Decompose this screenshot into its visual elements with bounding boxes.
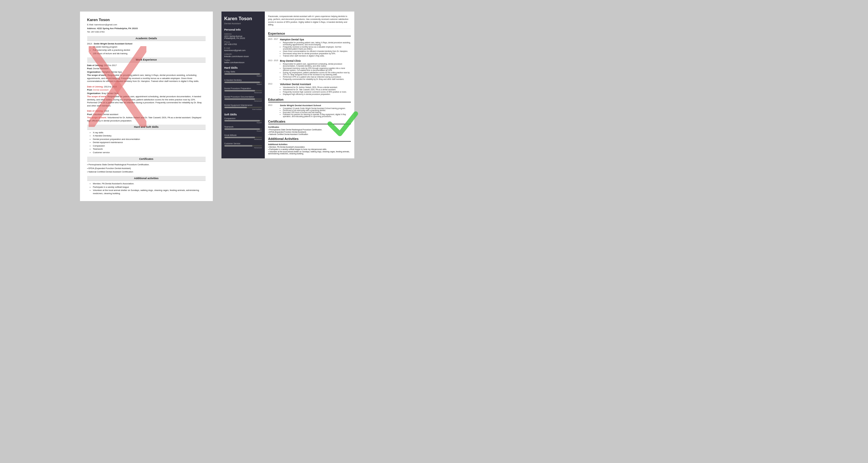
list-item: Dental procedure preparation and documen… <box>93 138 206 141</box>
left-address: Address: 4222 Spring Ave Philadelphia, P… <box>87 27 206 30</box>
skill-bar-track <box>224 145 262 146</box>
list-item: Volunteered for Dr. Ashton Siebert, DDS,… <box>283 86 347 88</box>
skill-bar-fill <box>224 90 255 92</box>
work-section-title: Work Experience <box>87 57 206 63</box>
activities-content-right: Additional Activities • Member, PA Denta… <box>268 143 351 155</box>
list-item: Responsible for providing patient care, … <box>283 41 351 45</box>
hard-skills-label: Hard Skills <box>224 66 262 69</box>
soft-skills-label: Soft Skills <box>224 113 262 116</box>
list-item: Volunteer at the local animal shelter on… <box>93 189 206 195</box>
work-entry-1: Date of Joining: 2015 to 2017 Post: Dent… <box>87 64 206 83</box>
exp-body: Bray Dental Clinic Responsible for patie… <box>280 59 351 80</box>
skill-compassion: Compassion Expert <box>224 118 262 124</box>
activities-section-title-right: Additional Activities <box>268 137 351 142</box>
list-item: Frequently commended for reliability by … <box>283 78 351 80</box>
address-value-2: Philadelphia, PA 19103 <box>224 37 262 39</box>
exp-body: Hampton Dental Spa Responsible for provi… <box>280 38 351 57</box>
list-item: • National Certified Dental Assistant Ce… <box>87 170 206 174</box>
skill-bar-track <box>224 120 262 122</box>
activities-list: Member, PA Dental Assistant's Associatio… <box>87 182 206 195</box>
list-item: Compassion <box>93 144 206 148</box>
list-item: Frequently received a monthly bonus as a… <box>283 46 351 50</box>
list-item: 195 hours of lecture and lab training <box>93 52 206 55</box>
list-item: Performed a full externship with a pract… <box>283 109 351 111</box>
skill-bar-track <box>224 73 262 75</box>
academic-list: 13-week training program Full externship… <box>93 45 206 55</box>
list-item: Trained other staff members in digital X… <box>283 55 351 57</box>
experience-section-title: Experience <box>268 32 351 36</box>
work-entry-2: Date of Joining: 2013 to 2015 Post: Dent… <box>87 86 206 108</box>
skill-bar-fill <box>224 81 260 83</box>
edu-date: 2013 <box>268 104 278 118</box>
list-item: Responsible for patient care, appointmen… <box>283 63 351 67</box>
right-name: Karen Toson <box>224 16 262 21</box>
list-item: Followed my passion for learning to oper… <box>283 113 351 118</box>
skill-bar-fill <box>224 107 247 108</box>
list-item: Displayed high efficiency in dental proc… <box>283 93 347 95</box>
exp-date: 2013 - 2015 <box>268 59 278 80</box>
list-item: Member, PA Dental Assistant's Associatio… <box>93 182 206 186</box>
skill-bar-track <box>224 98 262 100</box>
list-item: • EFDA (Expanded Function Dental Assista… <box>268 131 351 133</box>
edu-entry-1: 2013 Smile Wright Dental Assistant Schoo… <box>268 104 351 118</box>
skill-bar-fill <box>224 128 260 130</box>
list-item: Teamwork <box>93 148 206 151</box>
education-section-title: Education <box>268 98 351 102</box>
twitter-label: Twitter <box>224 59 262 61</box>
exp-entry-1: 2015 - 2017 Hampton Dental Spa Responsib… <box>268 38 351 57</box>
skill-maint: Dental Equipment Maintenance Intermediat… <box>224 104 262 110</box>
linkedin-label: LinkedIn <box>224 53 262 55</box>
right-main-content: Passionate, compassionate dental assista… <box>265 11 354 158</box>
skill-bar-fill <box>224 98 255 100</box>
list-item: Completed 13-week Smile Wright Dental As… <box>283 107 351 109</box>
list-item: During my employment, patient satisfacti… <box>283 71 351 75</box>
summary-text: Passionate, compassionate dental assista… <box>268 15 351 29</box>
certs-list: • Pennsylvania State Dental Radiological… <box>87 163 206 174</box>
skill-bar-fill <box>224 73 260 75</box>
email-value: karentoson@gmail.com <box>224 49 262 51</box>
exp-body: Volunteer Dental Assistant Volunteered f… <box>280 83 347 96</box>
right-title: Dental Assistant <box>224 22 262 25</box>
phone-label: Phone <box>224 41 262 43</box>
personal-info-label: Personal Info <box>224 28 262 31</box>
skill-xray: X-Ray Skills Expert <box>224 71 262 77</box>
list-item: • National Certified Dental Assistant Ce… <box>268 133 351 135</box>
skill-attitude: Great Attitude Advanced <box>224 134 262 140</box>
certs-section-title: Certificates <box>87 157 206 162</box>
email-label: E-mail <box>224 47 262 49</box>
exp-entry-3: 2013 Volunteer Dental Assistant Voluntee… <box>268 83 351 96</box>
skills-list: X-ray skills 4-Handed Dentistry Dental p… <box>87 131 206 155</box>
list-item: Decreased inventory costs by 25% through… <box>283 67 351 71</box>
work-entry-3: Date of Joining: 2013 Post: Volunteer De… <box>87 110 206 122</box>
right-wrapper: Karen Toson Dental Assistant Personal In… <box>221 11 354 158</box>
list-item: Performed CPR on a patient who had an in… <box>283 76 351 78</box>
list-item: • Participate in a weekly softball leagu… <box>268 148 351 150</box>
list-item: Decreased setup time for dental procedur… <box>283 53 351 55</box>
list-item: • EFDA (Expanded Function Dental Assista… <box>87 167 206 170</box>
activities-section-title: Additional activities <box>87 176 206 181</box>
left-resume: Karen Toson E-Mail: karentoson@gmail.com… <box>80 11 213 201</box>
activities-list-right: • Member, PA Dental Assistant's Associat… <box>268 146 351 155</box>
list-item: Volunteered for Dr. Tate Caswell, DDS, P… <box>283 89 347 91</box>
list-item: Customer service <box>93 151 206 154</box>
twitter-value: twitter.com/karentoson <box>224 61 262 63</box>
exp-date: 2015 - 2017 <box>268 38 278 57</box>
skill-bar-fill <box>224 145 253 146</box>
skill-bar-track <box>224 90 262 92</box>
skill-bar-fill <box>224 120 260 122</box>
edu-body: Smile Wright Dental Assistant School Com… <box>280 104 351 118</box>
certs-list-right: • Pennsylvania State Dental Radiological… <box>268 129 351 135</box>
address-value: 4222 Spring Avenue <box>224 35 262 37</box>
list-item: Frequently received high customer commen… <box>283 91 347 93</box>
right-sidebar: Karen Toson Dental Assistant Personal In… <box>221 11 265 158</box>
left-name: Karen Toson <box>87 17 206 23</box>
skill-bar-track <box>224 128 262 130</box>
skill-prep: Dental Procedure Preparation Advanced <box>224 88 262 94</box>
academic-section-title: Academic Details <box>87 36 206 41</box>
list-item: Participate in a weekly softball league <box>93 186 206 189</box>
list-item: Full externship with a practicing dentis… <box>93 49 206 52</box>
skill-bar-track <box>224 137 262 138</box>
skill-doc: Dental Procedure Documentation Advanced <box>224 96 262 102</box>
list-item: • Pennsylvania State Dental Radiological… <box>268 129 351 131</box>
address-label: Address <box>224 33 262 35</box>
